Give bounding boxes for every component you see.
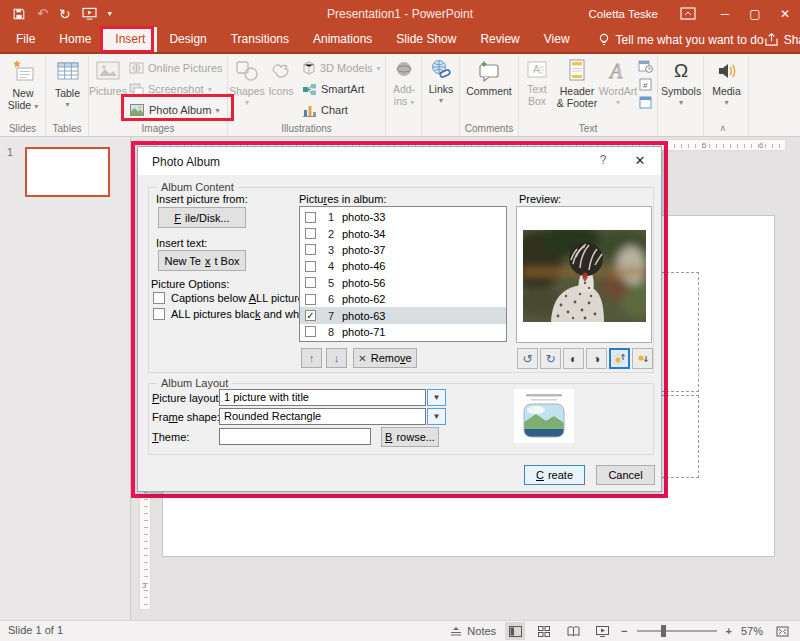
- screenshot-button[interactable]: Screenshot ▾: [126, 79, 215, 99]
- brightness-decrease-button[interactable]: [632, 348, 653, 369]
- minimize-button[interactable]: ─: [710, 0, 740, 27]
- share-button[interactable]: Share: [764, 33, 800, 47]
- slide-number-icon[interactable]: #: [638, 78, 653, 91]
- tab-transitions[interactable]: Transitions: [219, 27, 301, 52]
- zoom-out-button[interactable]: −: [621, 625, 627, 637]
- repeat-icon[interactable]: ↻: [59, 7, 71, 21]
- online-pictures-button[interactable]: Online Pictures: [126, 58, 226, 78]
- list-item[interactable]: 5photo-56: [300, 275, 506, 291]
- slide-indicator[interactable]: Slide 1 of 1: [8, 624, 63, 636]
- header-footer-button[interactable]: Header & Footer: [555, 59, 599, 109]
- list-item[interactable]: 3photo-37: [300, 242, 506, 258]
- collapse-ribbon-icon[interactable]: ∧: [719, 123, 726, 133]
- rotate-right-button[interactable]: ↻: [540, 348, 561, 369]
- media-button[interactable]: Media▾: [709, 59, 744, 109]
- item-checkbox[interactable]: ✓: [305, 310, 316, 321]
- contrast-decrease-button[interactable]: ◑: [586, 348, 607, 369]
- tab-file[interactable]: File: [4, 27, 47, 52]
- new-slide-button[interactable]: New Slide ▾: [5, 59, 41, 113]
- picture-layout-combo[interactable]: 1 picture with title: [219, 389, 426, 406]
- 3d-models-button[interactable]: 3D Models ▾: [299, 58, 384, 78]
- item-checkbox[interactable]: [305, 277, 316, 288]
- reading-view-button[interactable]: [563, 622, 583, 640]
- icons-button[interactable]: Icons: [266, 59, 296, 97]
- list-item[interactable]: 4photo-46: [300, 258, 506, 274]
- contrast-increase-button[interactable]: ◐: [563, 348, 584, 369]
- save-icon[interactable]: [12, 7, 26, 21]
- item-checkbox[interactable]: [305, 212, 316, 223]
- frame-shape-combo[interactable]: Rounded Rectangle: [219, 408, 426, 425]
- links-button[interactable]: Links▾: [425, 59, 457, 107]
- picture-layout-combo-arrow[interactable]: ▼: [427, 389, 446, 406]
- new-text-box-button[interactable]: New Text Box: [158, 250, 246, 271]
- tab-view[interactable]: View: [532, 27, 582, 52]
- ribbon-display-options-icon[interactable]: [680, 7, 696, 21]
- tell-me-box[interactable]: Tell me what you want to do: [598, 33, 764, 47]
- list-item[interactable]: 2photo-34: [300, 225, 506, 241]
- rotate-left-button[interactable]: ↺: [517, 348, 538, 369]
- move-up-button[interactable]: ↑: [301, 348, 322, 368]
- black-white-checkbox-row[interactable]: ALL pictures black and white: [153, 308, 311, 320]
- item-checkbox[interactable]: [305, 294, 316, 305]
- dialog-help-button[interactable]: ?: [590, 153, 616, 167]
- close-button[interactable]: ✕: [770, 0, 800, 27]
- browse-button[interactable]: Browse...: [381, 427, 439, 447]
- theme-input[interactable]: [219, 428, 371, 445]
- slide-show-button[interactable]: [592, 622, 612, 640]
- tab-design[interactable]: Design: [157, 27, 218, 52]
- notes-button[interactable]: Notes: [450, 625, 496, 637]
- create-button[interactable]: Create: [524, 465, 585, 485]
- wordart-button[interactable]: A WordArt▾: [601, 59, 635, 109]
- slide-sorter-view-button[interactable]: [534, 622, 554, 640]
- customize-qat-icon[interactable]: ▾: [108, 10, 112, 18]
- object-icon[interactable]: [638, 96, 653, 109]
- zoom-slider-handle[interactable]: [661, 625, 666, 637]
- pictures-button[interactable]: Pictures: [92, 59, 124, 97]
- item-checkbox[interactable]: [305, 326, 316, 337]
- list-item[interactable]: 6photo-62: [300, 291, 506, 307]
- zoom-in-button[interactable]: +: [726, 625, 732, 637]
- chart-button[interactable]: Chart: [299, 100, 351, 120]
- tab-review[interactable]: Review: [468, 27, 531, 52]
- tab-animations[interactable]: Animations: [301, 27, 384, 52]
- normal-view-button[interactable]: [505, 622, 525, 640]
- list-item[interactable]: ✓7photo-63: [300, 307, 506, 323]
- fit-slide-to-window-button[interactable]: [772, 622, 792, 640]
- zoom-level[interactable]: 57%: [741, 625, 763, 637]
- pictures-listbox[interactable]: 1photo-33 2photo-34 3photo-37 4photo-46 …: [299, 206, 507, 342]
- symbols-button[interactable]: Ω Symbols▾: [663, 59, 699, 109]
- zoom-slider[interactable]: [637, 630, 717, 632]
- black-white-checkbox[interactable]: [153, 308, 165, 320]
- comment-button[interactable]: Comment: [463, 59, 515, 97]
- list-item[interactable]: 1photo-33: [300, 209, 506, 225]
- remove-button[interactable]: ✕ Remove: [353, 348, 417, 368]
- captions-checkbox[interactable]: [153, 292, 165, 304]
- frame-shape-combo-arrow[interactable]: ▼: [427, 408, 446, 425]
- add-ins-button[interactable]: Add-ins ▾: [388, 59, 420, 109]
- dialog-close-button[interactable]: ✕: [626, 153, 654, 168]
- item-checkbox[interactable]: [305, 244, 316, 255]
- table-button[interactable]: Table▾: [51, 59, 84, 111]
- cancel-button[interactable]: Cancel: [596, 465, 655, 485]
- maximize-button[interactable]: ▢: [740, 0, 770, 27]
- date-time-icon[interactable]: [638, 60, 653, 73]
- dialog-title-bar[interactable]: Photo Album ? ✕: [138, 147, 661, 175]
- photo-album-button[interactable]: Photo Album ▾: [126, 100, 222, 120]
- signed-in-user[interactable]: Coletta Teske: [589, 8, 658, 20]
- list-item[interactable]: 8photo-71: [300, 324, 506, 340]
- slide-thumbnail[interactable]: [25, 147, 110, 197]
- shapes-button[interactable]: Shapes▾: [230, 59, 264, 109]
- captions-checkbox-row[interactable]: Captions below ALL pictures: [153, 292, 309, 304]
- brightness-increase-button[interactable]: [609, 348, 630, 369]
- start-from-beginning-icon[interactable]: [82, 7, 97, 20]
- move-down-button[interactable]: ↓: [326, 348, 347, 368]
- tab-insert[interactable]: Insert: [103, 27, 157, 52]
- tab-home[interactable]: Home: [47, 27, 103, 52]
- item-checkbox[interactable]: [305, 261, 316, 272]
- item-checkbox[interactable]: [305, 228, 316, 239]
- file-disk-button[interactable]: File/Disk...: [158, 207, 246, 228]
- tab-slide-show[interactable]: Slide Show: [384, 27, 468, 52]
- undo-icon[interactable]: ↶: [37, 7, 48, 20]
- smartart-button[interactable]: SmartArt: [299, 79, 367, 99]
- text-box-button[interactable]: A Text Box: [521, 59, 553, 107]
